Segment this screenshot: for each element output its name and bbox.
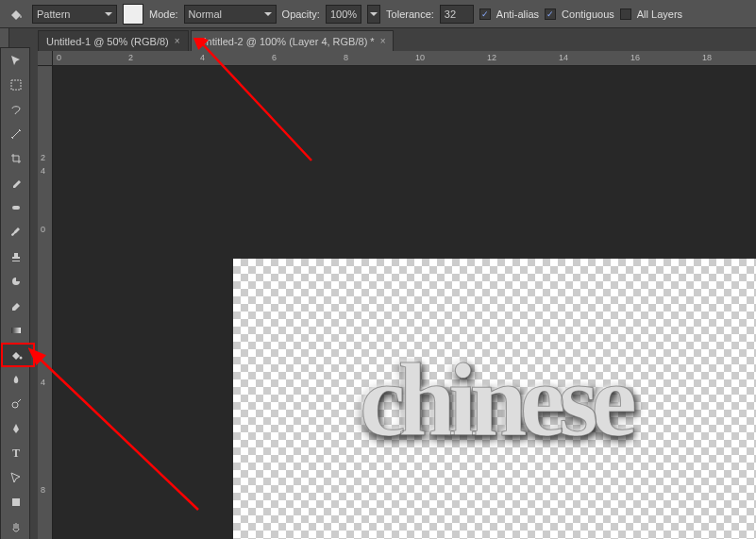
tab-untitled-2[interactable]: Untitled-2 @ 100% (Layer 4, RGB/8) * × bbox=[191, 30, 395, 51]
svg-point-3 bbox=[20, 357, 23, 360]
mode-label: Mode: bbox=[149, 8, 178, 20]
tab-title: Untitled-2 @ 100% (Layer 4, RGB/8) * bbox=[199, 36, 375, 47]
tool-marquee[interactable] bbox=[1, 73, 31, 97]
ruler-origin[interactable] bbox=[38, 51, 53, 66]
svg-point-4 bbox=[12, 402, 18, 408]
tab-title: Untitled-1 @ 50% (RGB/8) bbox=[46, 36, 169, 47]
tool-shape[interactable] bbox=[1, 490, 31, 514]
opacity-stepper[interactable] bbox=[367, 5, 380, 24]
ruler-tick: 8 bbox=[41, 485, 45, 495]
close-icon[interactable]: × bbox=[175, 36, 180, 46]
ruler-tick: 14 bbox=[559, 53, 568, 62]
chevron-down-icon bbox=[264, 12, 272, 16]
ruler-tick: 4 bbox=[41, 378, 45, 387]
canvas[interactable]: chinese bbox=[233, 259, 756, 539]
workspace: 0 2 4 6 8 10 12 14 16 18 0 2 4 4 8 chine… bbox=[38, 51, 756, 539]
canvas-text: chinese bbox=[360, 341, 630, 461]
opacity-label: Opacity: bbox=[282, 8, 320, 20]
ruler-tick: 6 bbox=[272, 53, 277, 62]
antialias-checkbox[interactable]: ✓ bbox=[479, 8, 491, 20]
tab-untitled-1[interactable]: Untitled-1 @ 50% (RGB/8) × bbox=[38, 30, 189, 51]
ruler-tick: 18 bbox=[702, 53, 712, 62]
tool-pen[interactable] bbox=[1, 416, 31, 441]
tool-stamp[interactable] bbox=[1, 244, 31, 269]
blend-mode-dropdown[interactable]: Normal bbox=[184, 5, 277, 24]
ruler-tick: 2 bbox=[41, 153, 45, 162]
ruler-tick: 4 bbox=[200, 53, 205, 62]
ruler-tick: 2 bbox=[128, 53, 133, 62]
document-tabs: Untitled-1 @ 50% (RGB/8) × Untitled-2 @ … bbox=[38, 28, 756, 51]
tool-hand[interactable] bbox=[1, 514, 31, 539]
fill-source-value: Pattern bbox=[37, 8, 70, 20]
svg-rect-5 bbox=[12, 498, 20, 506]
ruler-horizontal[interactable]: 0 2 4 6 8 10 12 14 16 18 bbox=[53, 51, 756, 66]
tool-lasso[interactable] bbox=[1, 97, 31, 122]
tool-type[interactable]: T bbox=[1, 441, 31, 465]
tolerance-label: Tolerance: bbox=[386, 8, 434, 20]
tolerance-value[interactable]: 32 bbox=[440, 5, 474, 24]
alllayers-label: All Layers bbox=[637, 8, 682, 20]
ruler-tick: 0 bbox=[57, 53, 61, 62]
bucket-icon bbox=[6, 4, 26, 25]
chevron-down-icon bbox=[370, 12, 378, 16]
blend-mode-value: Normal bbox=[189, 8, 222, 20]
svg-rect-2 bbox=[11, 328, 21, 333]
tool-eyedropper[interactable] bbox=[1, 171, 31, 195]
opacity-value[interactable]: 100% bbox=[326, 5, 361, 24]
pattern-swatch[interactable] bbox=[123, 4, 143, 25]
contiguous-label: Contiguous bbox=[562, 8, 614, 20]
tool-wand[interactable] bbox=[1, 122, 31, 146]
antialias-label: Anti-alias bbox=[496, 8, 539, 20]
alllayers-checkbox[interactable] bbox=[620, 8, 631, 20]
close-icon[interactable]: × bbox=[380, 36, 386, 46]
tool-blur[interactable] bbox=[1, 367, 31, 392]
svg-rect-0 bbox=[11, 80, 21, 90]
toolbox: T bbox=[0, 47, 30, 539]
tool-heal[interactable] bbox=[1, 195, 31, 220]
tool-move[interactable] bbox=[1, 48, 31, 73]
fill-source-dropdown[interactable]: Pattern bbox=[32, 5, 117, 24]
ruler-tick: 12 bbox=[487, 53, 496, 62]
ruler-tick: 4 bbox=[41, 166, 45, 176]
tool-history[interactable] bbox=[1, 269, 31, 294]
tool-crop[interactable] bbox=[1, 146, 31, 171]
tool-path[interactable] bbox=[1, 465, 31, 490]
tool-eraser[interactable] bbox=[1, 294, 31, 318]
options-bar: Pattern Mode: Normal Opacity: 100% Toler… bbox=[0, 0, 756, 28]
ruler-tick: 0 bbox=[41, 225, 45, 234]
contiguous-checkbox[interactable]: ✓ bbox=[545, 8, 556, 20]
tool-brush[interactable] bbox=[1, 220, 31, 244]
ruler-vertical[interactable]: 0 2 4 4 8 bbox=[38, 66, 53, 539]
ruler-tick: 16 bbox=[630, 53, 640, 62]
tool-dodge[interactable] bbox=[1, 392, 31, 416]
ruler-tick: 8 bbox=[344, 53, 348, 62]
chevron-down-icon bbox=[105, 12, 112, 16]
svg-rect-1 bbox=[12, 206, 20, 210]
tool-gradient[interactable] bbox=[1, 318, 31, 343]
ruler-tick: 10 bbox=[415, 53, 425, 62]
tool-bucket[interactable] bbox=[1, 343, 31, 367]
